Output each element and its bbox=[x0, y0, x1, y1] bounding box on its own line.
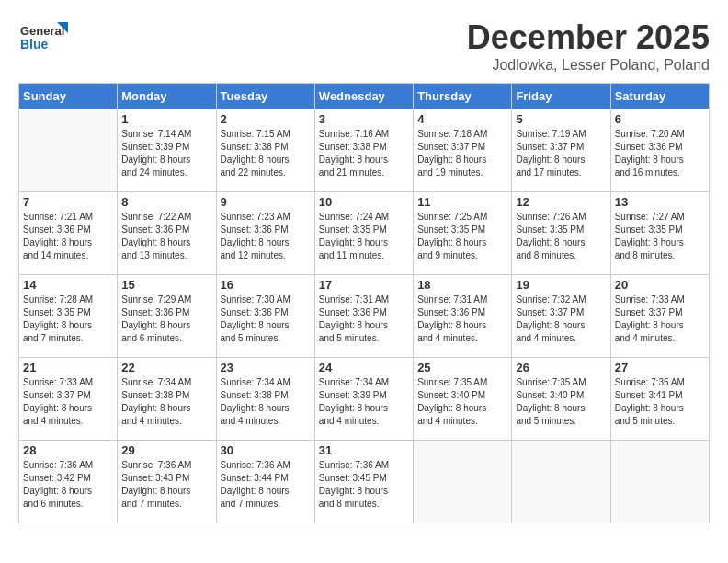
day-number: 20 bbox=[615, 278, 705, 292]
day-number: 29 bbox=[121, 443, 211, 457]
day-info: Sunrise: 7:33 AMSunset: 3:37 PMDaylight:… bbox=[615, 293, 705, 345]
day-number: 22 bbox=[121, 361, 211, 374]
day-number: 27 bbox=[615, 361, 705, 374]
day-number: 7 bbox=[23, 195, 113, 209]
calendar-cell: 28Sunrise: 7:36 AMSunset: 3:42 PMDayligh… bbox=[19, 441, 118, 523]
weekday-wednesday: Wednesday bbox=[314, 84, 413, 109]
weekday-thursday: Thursday bbox=[414, 84, 512, 109]
day-info: Sunrise: 7:34 AMSunset: 3:38 PMDaylight:… bbox=[221, 376, 311, 428]
svg-text:General: General bbox=[20, 24, 64, 38]
calendar-cell: 12Sunrise: 7:26 AMSunset: 3:35 PMDayligh… bbox=[512, 192, 610, 275]
svg-text:Blue: Blue bbox=[20, 37, 49, 52]
calendar-cell bbox=[512, 441, 610, 523]
day-number: 6 bbox=[615, 112, 705, 126]
day-info: Sunrise: 7:21 AMSunset: 3:36 PMDaylight:… bbox=[23, 211, 113, 262]
logo: General Blue bbox=[18, 18, 69, 60]
weekday-sunday: Sunday bbox=[19, 84, 118, 109]
calendar-cell: 25Sunrise: 7:35 AMSunset: 3:40 PMDayligh… bbox=[414, 358, 512, 441]
calendar-cell bbox=[414, 441, 512, 523]
location: Jodlowka, Lesser Poland, Poland bbox=[467, 57, 710, 74]
day-number: 16 bbox=[221, 278, 311, 292]
day-number: 24 bbox=[319, 361, 409, 374]
day-number: 28 bbox=[23, 443, 113, 457]
day-number: 15 bbox=[121, 278, 211, 292]
day-info: Sunrise: 7:27 AMSunset: 3:35 PMDaylight:… bbox=[615, 211, 705, 262]
day-number: 19 bbox=[516, 278, 606, 292]
day-info: Sunrise: 7:33 AMSunset: 3:37 PMDaylight:… bbox=[23, 376, 113, 428]
day-number: 17 bbox=[319, 278, 409, 292]
day-info: Sunrise: 7:25 AMSunset: 3:35 PMDaylight:… bbox=[417, 211, 507, 262]
day-number: 1 bbox=[121, 112, 211, 126]
calendar-cell: 29Sunrise: 7:36 AMSunset: 3:43 PMDayligh… bbox=[118, 441, 216, 523]
day-info: Sunrise: 7:32 AMSunset: 3:37 PMDaylight:… bbox=[516, 293, 606, 345]
calendar-cell: 8Sunrise: 7:22 AMSunset: 3:36 PMDaylight… bbox=[118, 192, 216, 275]
day-number: 4 bbox=[417, 112, 507, 126]
day-info: Sunrise: 7:22 AMSunset: 3:36 PMDaylight:… bbox=[121, 211, 211, 262]
day-number: 23 bbox=[221, 361, 311, 374]
day-info: Sunrise: 7:29 AMSunset: 3:36 PMDaylight:… bbox=[121, 293, 211, 345]
weekday-friday: Friday bbox=[512, 84, 610, 109]
calendar-cell: 31Sunrise: 7:36 AMSunset: 3:45 PMDayligh… bbox=[314, 441, 413, 523]
calendar-cell: 14Sunrise: 7:28 AMSunset: 3:35 PMDayligh… bbox=[19, 275, 118, 358]
day-number: 25 bbox=[417, 361, 507, 374]
weekday-header-row: SundayMondayTuesdayWednesdayThursdayFrid… bbox=[19, 84, 710, 109]
weekday-tuesday: Tuesday bbox=[216, 84, 314, 109]
day-number: 8 bbox=[121, 195, 211, 209]
calendar-cell: 27Sunrise: 7:35 AMSunset: 3:41 PMDayligh… bbox=[610, 358, 709, 441]
day-info: Sunrise: 7:24 AMSunset: 3:35 PMDaylight:… bbox=[319, 211, 409, 262]
day-number: 12 bbox=[516, 195, 606, 209]
day-info: Sunrise: 7:16 AMSunset: 3:38 PMDaylight:… bbox=[319, 128, 409, 179]
day-info: Sunrise: 7:34 AMSunset: 3:39 PMDaylight:… bbox=[319, 376, 409, 428]
calendar-cell: 10Sunrise: 7:24 AMSunset: 3:35 PMDayligh… bbox=[314, 192, 413, 275]
day-info: Sunrise: 7:26 AMSunset: 3:35 PMDaylight:… bbox=[516, 211, 606, 262]
day-number: 2 bbox=[221, 112, 311, 126]
calendar-cell: 13Sunrise: 7:27 AMSunset: 3:35 PMDayligh… bbox=[610, 192, 709, 275]
weekday-monday: Monday bbox=[118, 84, 216, 109]
calendar-cell: 24Sunrise: 7:34 AMSunset: 3:39 PMDayligh… bbox=[314, 358, 413, 441]
day-info: Sunrise: 7:31 AMSunset: 3:36 PMDaylight:… bbox=[417, 293, 507, 345]
calendar-week-3: 14Sunrise: 7:28 AMSunset: 3:35 PMDayligh… bbox=[19, 275, 710, 358]
calendar-cell: 26Sunrise: 7:35 AMSunset: 3:40 PMDayligh… bbox=[512, 358, 610, 441]
day-info: Sunrise: 7:23 AMSunset: 3:36 PMDaylight:… bbox=[221, 211, 311, 262]
day-info: Sunrise: 7:20 AMSunset: 3:36 PMDaylight:… bbox=[615, 128, 705, 179]
day-number: 5 bbox=[516, 112, 606, 126]
calendar-cell: 2Sunrise: 7:15 AMSunset: 3:38 PMDaylight… bbox=[216, 109, 314, 192]
logo-svg: General Blue bbox=[18, 18, 69, 60]
calendar-cell: 23Sunrise: 7:34 AMSunset: 3:38 PMDayligh… bbox=[216, 358, 314, 441]
weekday-saturday: Saturday bbox=[610, 84, 709, 109]
calendar-cell: 18Sunrise: 7:31 AMSunset: 3:36 PMDayligh… bbox=[414, 275, 512, 358]
day-number: 9 bbox=[221, 195, 311, 209]
day-info: Sunrise: 7:35 AMSunset: 3:40 PMDaylight:… bbox=[516, 376, 606, 428]
calendar-cell: 21Sunrise: 7:33 AMSunset: 3:37 PMDayligh… bbox=[19, 358, 118, 441]
day-info: Sunrise: 7:19 AMSunset: 3:37 PMDaylight:… bbox=[516, 128, 606, 179]
day-info: Sunrise: 7:18 AMSunset: 3:37 PMDaylight:… bbox=[417, 128, 507, 179]
calendar-cell: 11Sunrise: 7:25 AMSunset: 3:35 PMDayligh… bbox=[414, 192, 512, 275]
day-info: Sunrise: 7:36 AMSunset: 3:45 PMDaylight:… bbox=[319, 459, 409, 511]
calendar-cell: 6Sunrise: 7:20 AMSunset: 3:36 PMDaylight… bbox=[610, 109, 709, 192]
day-number: 31 bbox=[319, 443, 409, 457]
calendar-table: SundayMondayTuesdayWednesdayThursdayFrid… bbox=[18, 83, 710, 523]
calendar-cell bbox=[19, 109, 118, 192]
day-info: Sunrise: 7:36 AMSunset: 3:42 PMDaylight:… bbox=[23, 459, 113, 511]
day-info: Sunrise: 7:31 AMSunset: 3:36 PMDaylight:… bbox=[319, 293, 409, 345]
day-info: Sunrise: 7:15 AMSunset: 3:38 PMDaylight:… bbox=[221, 128, 311, 179]
title-block: December 2025 Jodlowka, Lesser Poland, P… bbox=[467, 18, 710, 74]
day-number: 13 bbox=[615, 195, 705, 209]
calendar-cell: 9Sunrise: 7:23 AMSunset: 3:36 PMDaylight… bbox=[216, 192, 314, 275]
day-number: 18 bbox=[417, 278, 507, 292]
day-info: Sunrise: 7:36 AMSunset: 3:43 PMDaylight:… bbox=[121, 459, 211, 511]
day-number: 10 bbox=[319, 195, 409, 209]
day-info: Sunrise: 7:28 AMSunset: 3:35 PMDaylight:… bbox=[23, 293, 113, 345]
calendar-cell: 20Sunrise: 7:33 AMSunset: 3:37 PMDayligh… bbox=[610, 275, 709, 358]
calendar-cell: 17Sunrise: 7:31 AMSunset: 3:36 PMDayligh… bbox=[314, 275, 413, 358]
calendar-cell: 15Sunrise: 7:29 AMSunset: 3:36 PMDayligh… bbox=[118, 275, 216, 358]
calendar-week-2: 7Sunrise: 7:21 AMSunset: 3:36 PMDaylight… bbox=[19, 192, 710, 275]
day-number: 21 bbox=[23, 361, 113, 374]
calendar-cell: 30Sunrise: 7:36 AMSunset: 3:44 PMDayligh… bbox=[216, 441, 314, 523]
month-title: December 2025 bbox=[467, 18, 710, 57]
page-header: General Blue December 2025 Jodlowka, Les… bbox=[18, 18, 710, 74]
calendar-cell: 5Sunrise: 7:19 AMSunset: 3:37 PMDaylight… bbox=[512, 109, 610, 192]
day-number: 11 bbox=[417, 195, 507, 209]
day-info: Sunrise: 7:35 AMSunset: 3:41 PMDaylight:… bbox=[615, 376, 705, 428]
calendar-cell: 16Sunrise: 7:30 AMSunset: 3:36 PMDayligh… bbox=[216, 275, 314, 358]
